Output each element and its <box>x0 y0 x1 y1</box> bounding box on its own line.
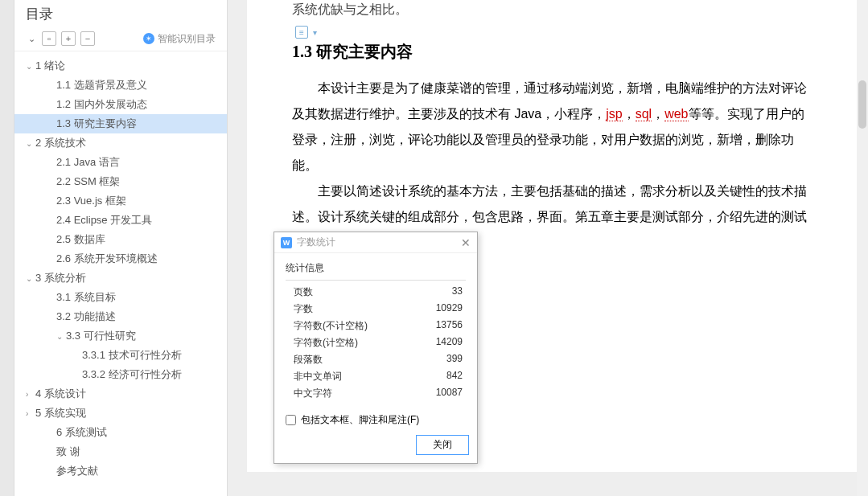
close-button[interactable]: 关闭 <box>416 435 469 455</box>
stat-label: 字符数(计空格) <box>294 336 358 350</box>
smart-toc-label: 智能识别目录 <box>158 32 216 46</box>
stat-row: 中文字符10087 <box>286 385 466 402</box>
toc-panel: 目录 ⌄ ▫ + − ✶ 智能识别目录 1 绪论1.1 选题背景及意义1.2 国… <box>14 0 228 496</box>
collapse-down-icon[interactable]: ⌄ <box>26 31 37 46</box>
toc-item[interactable]: 3 系统分析 <box>14 268 227 288</box>
toc-item-label: 参考文献 <box>56 464 98 478</box>
stats-list: 页数33字数10929字符数(不计空格)13756字符数(计空格)14209段落… <box>286 284 466 402</box>
chevron-down-icon[interactable] <box>56 332 66 341</box>
smart-toc-icon: ✶ <box>143 33 154 44</box>
toc-item-label: 1.3 研究主要内容 <box>56 117 137 131</box>
chevron-down-icon[interactable] <box>26 274 35 283</box>
toc-item-label: 4 系统设计 <box>35 387 86 401</box>
stat-value: 33 <box>452 285 463 299</box>
checkbox-input[interactable] <box>286 415 296 425</box>
toc-item-label: 3.3.1 技术可行性分析 <box>82 348 182 363</box>
include-footnotes-checkbox[interactable]: 包括文本框、脚注和尾注(F) <box>286 413 466 427</box>
stat-value: 13756 <box>436 319 463 333</box>
stat-label: 字数 <box>294 302 313 316</box>
toc-item[interactable]: 致 谢 <box>14 442 227 461</box>
toc-item[interactable]: 2.6 系统开发环境概述 <box>14 249 227 268</box>
stat-label: 字符数(不计空格) <box>294 319 368 333</box>
toc-item-label: 3.2 功能描述 <box>56 309 116 324</box>
prev-page-fragment: 系统优缺与之相比。 <box>292 0 817 18</box>
stat-label: 中文字符 <box>294 387 332 400</box>
chevron-down-icon[interactable] <box>26 139 35 148</box>
toc-item-label: 2 系统技术 <box>35 136 86 150</box>
toc-item[interactable]: 6 系统测试 <box>14 423 227 442</box>
section-heading: 1.3 研究主要内容 <box>292 41 817 63</box>
toc-item[interactable]: 3.3.2 经济可行性分析 <box>14 365 227 384</box>
scroll-thumb[interactable] <box>858 80 866 129</box>
toc-item[interactable]: 3.2 功能描述 <box>14 307 227 326</box>
wps-icon: W <box>281 237 292 248</box>
toc-item[interactable]: 3.1 系统目标 <box>14 288 227 307</box>
chevron-down-icon[interactable] <box>26 62 35 71</box>
stats-section-label: 统计信息 <box>286 260 466 281</box>
level-up-icon[interactable]: + <box>61 31 76 46</box>
dialog-body: 统计信息 页数33字数10929字符数(不计空格)13756字符数(计空格)14… <box>274 253 477 435</box>
paragraph-tools[interactable]: ≡ ▾ <box>295 26 317 39</box>
expand-all-icon[interactable]: ▫ <box>42 31 56 46</box>
stat-label: 非中文单词 <box>294 370 342 383</box>
stat-value: 10087 <box>436 387 463 400</box>
chevron-right-icon[interactable] <box>26 409 35 418</box>
toc-item[interactable]: 2.2 SSM 框架 <box>14 172 227 191</box>
toc-header: 目录 <box>14 0 227 28</box>
vertical-scrollbar[interactable] <box>857 0 868 496</box>
chevron-right-icon[interactable] <box>26 390 35 399</box>
stat-label: 页数 <box>294 285 313 299</box>
toc-item[interactable]: 2.3 Vue.js 框架 <box>14 191 227 211</box>
stat-row: 字数10929 <box>286 301 466 318</box>
toc-toolbar: ⌄ ▫ + − ✶ 智能识别目录 <box>14 28 227 51</box>
toc-item[interactable]: 2.4 Eclipse 开发工具 <box>14 211 227 230</box>
dialog-titlebar[interactable]: W 字数统计 ✕ <box>274 232 477 253</box>
toc-item[interactable]: 参考文献 <box>14 461 227 481</box>
toc-item-label: 2.1 Java 语言 <box>56 155 120 170</box>
toc-item[interactable]: 2.5 数据库 <box>14 230 227 249</box>
toc-item[interactable]: 1.3 研究主要内容 <box>14 114 227 133</box>
toc-item-label: 致 谢 <box>56 445 80 459</box>
paragraph-icon[interactable]: ≡ <box>295 26 308 39</box>
toc-item-label: 1.2 国内外发展动态 <box>56 97 147 112</box>
stat-value: 842 <box>446 370 463 383</box>
level-down-icon[interactable]: − <box>80 31 95 46</box>
stat-value: 10929 <box>436 302 463 316</box>
stat-value: 14209 <box>436 336 463 350</box>
toc-item[interactable]: 5 系统实现 <box>14 404 227 423</box>
dialog-title: 字数统计 <box>297 236 335 249</box>
toc-item[interactable]: 4 系统设计 <box>14 384 227 404</box>
toc-item-label: 2.4 Eclipse 开发工具 <box>56 213 152 228</box>
toc-item[interactable]: 1.1 选题背景及意义 <box>14 76 227 95</box>
toc-item[interactable]: 2.1 Java 语言 <box>14 153 227 172</box>
toc-tree[interactable]: 1 绪论1.1 选题背景及意义1.2 国内外发展动态1.3 研究主要内容2 系统… <box>14 51 227 496</box>
toc-item[interactable]: 3.3.1 技术可行性分析 <box>14 346 227 365</box>
dialog-footer: 关闭 <box>274 435 477 463</box>
toc-item[interactable]: 2 系统技术 <box>14 133 227 153</box>
toc-item-label: 6 系统测试 <box>56 425 107 440</box>
toc-item-label: 3.1 系统目标 <box>56 290 116 305</box>
toc-item[interactable]: 1.2 国内外发展动态 <box>14 95 227 114</box>
toc-item-label: 2.5 数据库 <box>56 232 105 247</box>
toc-item[interactable]: 3.3 可行性研究 <box>14 326 227 346</box>
dropdown-icon[interactable]: ▾ <box>313 28 317 37</box>
smart-toc-button[interactable]: ✶ 智能识别目录 <box>143 32 216 46</box>
toc-item-label: 2.6 系统开发环境概述 <box>56 252 158 266</box>
close-icon[interactable]: ✕ <box>461 236 471 249</box>
toc-title: 目录 <box>26 5 53 23</box>
toc-item-label: 2.2 SSM 框架 <box>56 174 120 189</box>
toc-item-label: 3.3.2 经济可行性分析 <box>82 367 182 382</box>
stat-row: 字符数(不计空格)13756 <box>286 318 466 334</box>
paragraph-1: 本设计主要是为了健康菜谱的管理，通过移动端浏览，新增，电脑端维护的方法对评论及其… <box>292 76 817 178</box>
toc-item[interactable]: 1 绪论 <box>14 56 227 76</box>
toc-item-label: 1 绪论 <box>35 59 65 73</box>
checkbox-label: 包括文本框、脚注和尾注(F) <box>301 413 419 427</box>
stat-row: 字符数(计空格)14209 <box>286 334 466 351</box>
stat-label: 段落数 <box>294 353 323 367</box>
stat-value: 399 <box>446 353 463 367</box>
toc-item-label: 2.3 Vue.js 框架 <box>56 194 126 208</box>
word-count-dialog: W 字数统计 ✕ 统计信息 页数33字数10929字符数(不计空格)13756字… <box>274 232 478 464</box>
stat-row: 段落数399 <box>286 351 466 368</box>
toc-item-label: 3.3 可行性研究 <box>66 329 136 343</box>
stat-row: 页数33 <box>286 284 466 301</box>
